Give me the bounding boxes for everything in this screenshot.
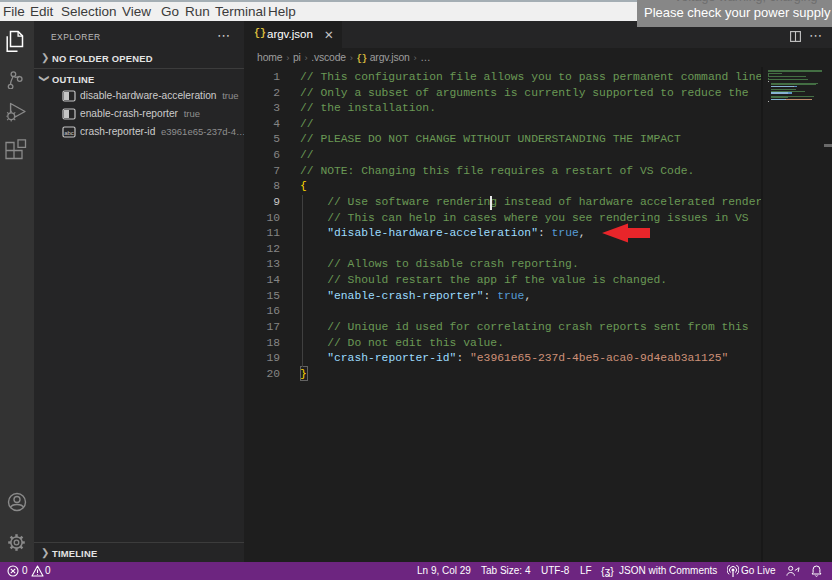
- svg-text:abc: abc: [64, 130, 74, 136]
